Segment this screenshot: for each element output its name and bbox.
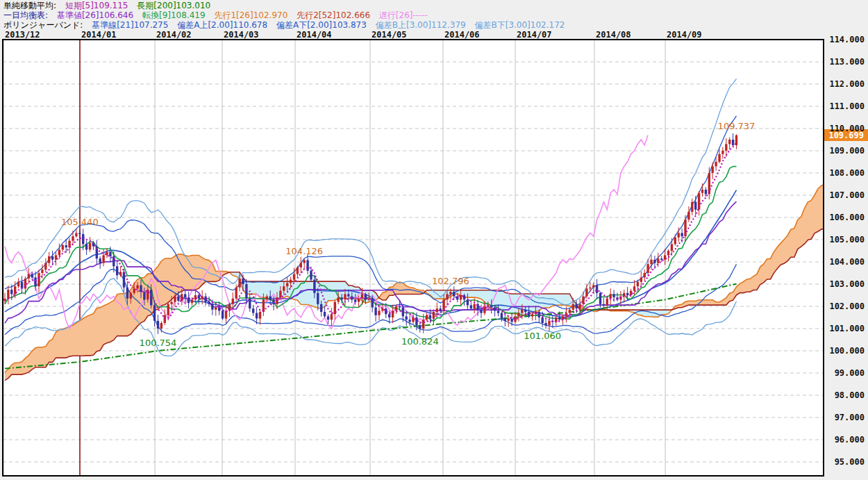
y-axis-label: 109.000 (829, 146, 865, 156)
annotation-105.440: 105.440 (61, 217, 99, 227)
annotation-101.060: 101.060 (524, 331, 561, 341)
chart-window: 単純移動平均: 短期[5]109.115 長期[200]103.010 一目均衡… (0, 0, 868, 480)
y-axis-label: 100.000 (829, 346, 865, 356)
y-axis-label: 101.000 (829, 324, 865, 333)
y-axis-label: 96.000 (835, 435, 865, 445)
y-axis-label: 114.000 (829, 35, 865, 44)
annotation-102.796: 102.796 (432, 276, 469, 286)
y-axis-label: 106.000 (829, 213, 865, 222)
price-axis: 109.699 114.000113.000112.000111.000110.… (824, 0, 868, 480)
y-axis-label: 111.000 (829, 101, 865, 111)
y-axis-label: 103.000 (829, 279, 865, 289)
y-axis-label: 112.000 (829, 79, 865, 89)
annotation-100.754: 100.754 (140, 338, 177, 348)
y-axis-label: 97.000 (835, 413, 865, 422)
annotation-104.126: 104.126 (285, 246, 323, 256)
y-axis-label: 98.000 (835, 390, 865, 400)
annotation-109.737: 109.737 (718, 121, 756, 131)
y-axis-label: 107.000 (829, 190, 865, 200)
y-axis-label: 104.000 (829, 257, 865, 267)
y-axis-label: 110.000 (829, 124, 865, 133)
y-axis-label: 105.000 (829, 235, 865, 245)
plot-background (3, 40, 824, 476)
y-axis-label: 102.000 (829, 301, 865, 311)
y-axis-label: 108.000 (829, 168, 865, 178)
price-chart[interactable]: 105.440104.126102.796109.737100.754100.8… (0, 0, 868, 480)
y-axis-label: 99.000 (835, 368, 865, 378)
y-axis-label: 95.000 (835, 457, 865, 467)
annotation-100.824: 100.824 (401, 336, 439, 347)
y-axis-label: 113.000 (829, 57, 865, 67)
